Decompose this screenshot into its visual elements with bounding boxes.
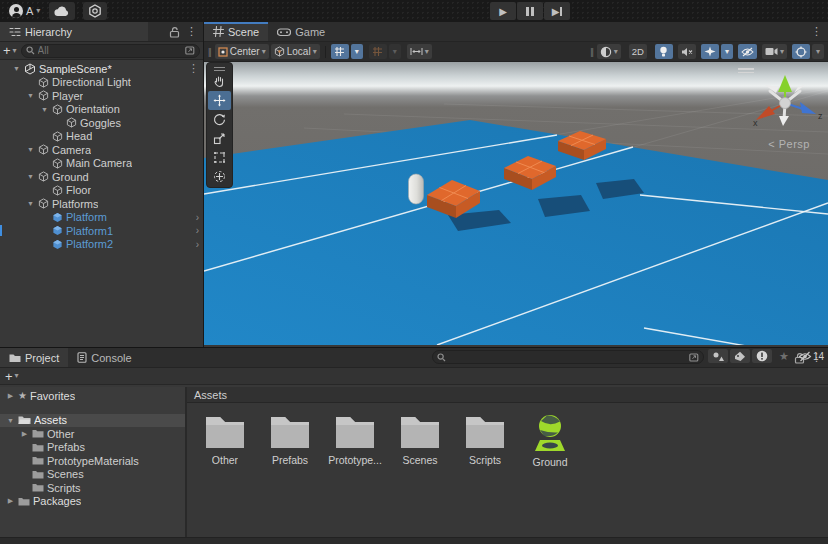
shading-mode-dropdown[interactable]: ▾ xyxy=(597,44,621,59)
scene-menu-button[interactable]: ⋮ xyxy=(811,25,822,38)
overlay-drag-handle[interactable] xyxy=(208,65,231,72)
expand-arrow[interactable]: ▼ xyxy=(6,417,15,424)
filter-by-type-button[interactable] xyxy=(708,349,728,363)
hierarchy-item-prefab[interactable]: Platform2 › xyxy=(0,238,203,252)
expand-arrow[interactable]: ▼ xyxy=(26,146,35,153)
axis-y-cone[interactable] xyxy=(778,75,792,92)
hierarchy-search-input[interactable] xyxy=(38,45,182,56)
filter-by-label-button[interactable] xyxy=(730,349,750,363)
tree-item-folder[interactable]: Scripts xyxy=(0,481,185,495)
expand-arrow[interactable]: ▶ xyxy=(20,430,29,438)
projection-label[interactable]: < Persp xyxy=(768,138,810,150)
move-tool-button[interactable] xyxy=(208,91,231,110)
tree-item-folder[interactable]: Scenes xyxy=(0,468,185,482)
2d-view-toggle[interactable]: 2D xyxy=(629,44,647,59)
tree-item-assets[interactable]: ▼ Assets xyxy=(0,414,185,428)
asset-item-folder[interactable]: Other xyxy=(193,413,257,468)
prefab-chevron-icon[interactable]: › xyxy=(196,212,199,223)
asset-item-folder[interactable]: Prefabs xyxy=(258,413,322,468)
project-search[interactable] xyxy=(432,350,704,364)
favorites-filter-button[interactable]: ★ xyxy=(774,349,794,363)
cloud-services-button[interactable] xyxy=(49,2,75,20)
expand-arrow[interactable]: ▼ xyxy=(26,200,35,207)
expand-arrow[interactable]: ▼ xyxy=(26,92,35,99)
hierarchy-menu-button[interactable]: ⋮ xyxy=(186,25,197,38)
tab-game[interactable]: Game xyxy=(268,22,334,41)
scale-tool-button[interactable] xyxy=(208,129,231,148)
player-capsule[interactable] xyxy=(409,174,424,204)
asset-item-folder[interactable]: Scripts xyxy=(453,413,517,468)
project-search-input[interactable] xyxy=(449,352,686,363)
toolbar-grip[interactable]: || xyxy=(590,47,593,57)
rect-tool-button[interactable] xyxy=(208,148,231,167)
scene-viewport[interactable]: x z xyxy=(204,62,828,345)
tree-item-folder[interactable]: Prefabs xyxy=(0,441,185,455)
lock-icon[interactable] xyxy=(169,26,180,38)
handle-space-dropdown[interactable]: Local ▾ xyxy=(271,44,320,59)
hierarchy-item-samplescene[interactable]: ▼ SampleScene* ⋮ xyxy=(0,62,203,76)
unimported-assets-button[interactable] xyxy=(752,349,772,363)
axis-z-cone[interactable] xyxy=(800,102,816,114)
play-button[interactable]: ▶ xyxy=(490,2,516,20)
effects-dropdown[interactable]: ▾ xyxy=(721,44,733,59)
asset-item-material[interactable]: Ground xyxy=(518,413,582,468)
tree-item-folder[interactable]: ▶ Other xyxy=(0,427,185,441)
tree-item-packages[interactable]: ▶ Packages xyxy=(0,495,185,509)
hierarchy-search[interactable] xyxy=(21,44,200,58)
prefab-chevron-icon[interactable]: › xyxy=(196,239,199,250)
expand-arrow[interactable]: ▼ xyxy=(26,173,35,180)
expand-arrow[interactable]: ▶ xyxy=(6,392,15,400)
grid-visibility-dropdown[interactable]: ▾ xyxy=(351,44,363,59)
tab-hierarchy[interactable]: Hierarchy xyxy=(0,22,148,41)
gizmos-dropdown[interactable]: ▾ xyxy=(812,44,824,59)
orientation-gizmo[interactable]: x z xyxy=(753,75,823,128)
axis-x-cone[interactable] xyxy=(756,106,775,120)
hierarchy-item[interactable]: ▼ Player xyxy=(0,89,203,103)
scene-lighting-toggle[interactable] xyxy=(655,44,673,59)
grid-visibility-toggle[interactable] xyxy=(331,44,349,59)
hierarchy-item[interactable]: Head xyxy=(0,130,203,144)
expand-arrow[interactable]: ▼ xyxy=(12,65,21,72)
move-snap-button[interactable]: ▾ xyxy=(407,44,432,59)
hierarchy-item[interactable]: ▼ Orientation xyxy=(0,103,203,117)
view-tool-button[interactable] xyxy=(208,72,231,91)
hierarchy-item-prefab[interactable]: Platform1 › xyxy=(0,224,203,238)
expand-arrow[interactable]: ▼ xyxy=(40,106,49,113)
hierarchy-item[interactable]: ▼ Camera xyxy=(0,143,203,157)
save-search-icon[interactable] xyxy=(185,46,195,55)
pause-button[interactable] xyxy=(517,2,543,20)
hidden-packages-button[interactable]: 14 xyxy=(796,349,826,363)
hierarchy-item[interactable]: Main Camera xyxy=(0,157,203,171)
transform-tool-button[interactable] xyxy=(208,167,231,186)
create-asset-button[interactable]: + ▾ xyxy=(3,369,19,384)
gizmos-toggle[interactable] xyxy=(792,44,810,59)
tree-item-folder[interactable]: PrototypeMaterials xyxy=(0,454,185,468)
toolbar-grip[interactable]: || xyxy=(208,47,211,57)
hierarchy-item[interactable]: Floor xyxy=(0,184,203,198)
hierarchy-item[interactable]: Directional Light xyxy=(0,76,203,90)
camera-settings-dropdown[interactable]: ▾ xyxy=(762,44,787,59)
rotate-tool-button[interactable] xyxy=(208,110,231,129)
gizmo-overlay-handle[interactable] xyxy=(738,66,754,75)
snap-increment-dropdown[interactable]: ▾ xyxy=(389,44,401,59)
pivot-mode-dropdown[interactable]: Center ▾ xyxy=(215,44,269,59)
prefab-chevron-icon[interactable]: › xyxy=(196,225,199,236)
tab-console[interactable]: Console xyxy=(68,348,140,367)
expand-arrow[interactable]: ▶ xyxy=(6,497,15,505)
hierarchy-item[interactable]: ▼ Ground xyxy=(0,170,203,184)
add-object-button[interactable]: + ▾ xyxy=(3,43,17,58)
snap-increment-toggle[interactable] xyxy=(369,44,387,59)
tree-item-favorites[interactable]: ▶ ★ Favorites xyxy=(0,389,185,403)
version-control-button[interactable] xyxy=(83,2,107,20)
audio-mute-toggle[interactable] xyxy=(678,44,696,59)
hierarchy-item-prefab[interactable]: Platform › xyxy=(0,211,203,225)
effects-toggle[interactable] xyxy=(701,44,719,59)
account-button[interactable]: A ▾ xyxy=(4,2,45,20)
tab-project[interactable]: Project xyxy=(0,348,68,367)
hierarchy-item[interactable]: Goggles xyxy=(0,116,203,130)
asset-item-folder[interactable]: Scenes xyxy=(388,413,452,468)
scene-menu-button[interactable]: ⋮ xyxy=(188,62,199,75)
hidden-objects-toggle[interactable] xyxy=(738,44,757,59)
save-search-icon[interactable] xyxy=(689,353,699,362)
asset-item-folder[interactable]: Prototype... xyxy=(323,413,387,468)
